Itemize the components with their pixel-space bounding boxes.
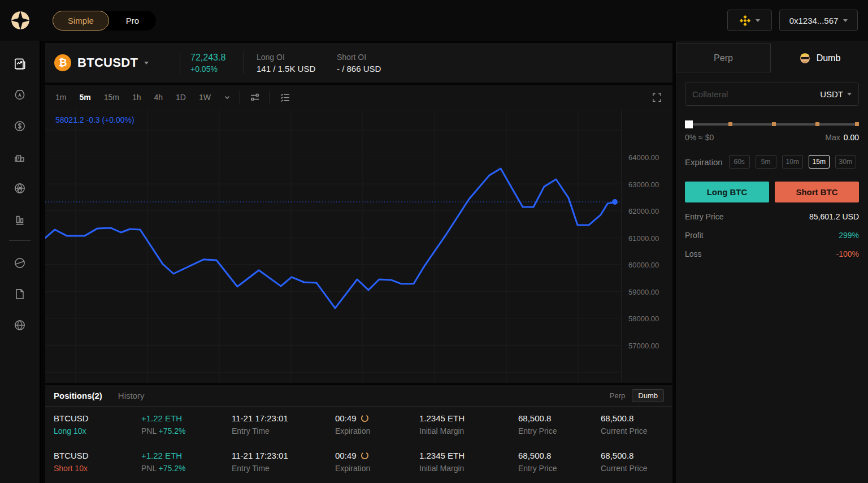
timeframe-1h[interactable]: 1h <box>132 93 141 102</box>
max-wrap: Max0.00 <box>825 133 859 142</box>
short-btc-button[interactable]: Short BTC <box>775 182 859 202</box>
y-axis-tick: 57000.00 <box>628 342 674 350</box>
expiration-10m-button[interactable]: 10m <box>782 155 803 169</box>
cell-pnl: +1.22 ETH PNL +75.2% <box>141 451 232 481</box>
timeframe-5m[interactable]: 5m <box>79 93 90 102</box>
podium-icon <box>12 150 27 165</box>
position-symbol: BTCUSD <box>54 451 141 460</box>
long-oi-value: 141 / 1.5K USD <box>257 64 324 74</box>
y-axis-tick: 62000.00 <box>628 207 674 215</box>
symbol-name: BTCUSDT <box>77 55 138 70</box>
pnl-percent: PNL +75.2% <box>141 426 232 435</box>
sidebar-item-docs[interactable] <box>0 278 40 309</box>
chevron-down-icon <box>144 62 149 64</box>
more-timeframes-button[interactable] <box>224 94 231 101</box>
amount-slider <box>685 120 859 128</box>
long-btc-button[interactable]: Long BTC <box>685 182 769 202</box>
price-change: +0.05% <box>190 64 244 74</box>
entry-price-label: Entry Price <box>518 426 601 435</box>
cell-initial-margin: 1.2345 ETH Initial Margin <box>419 451 518 481</box>
chevron-down-icon <box>843 19 848 22</box>
cell-current-price: 68,500.8 Current Price <box>601 413 672 444</box>
sidebar-item-analytics[interactable] <box>0 247 40 278</box>
expiration-row: Expiration 60s 5m 10m 15m 30m <box>685 155 859 169</box>
slider-handle[interactable] <box>685 120 693 128</box>
cell-symbol: BTCUSD Long 10x <box>54 413 141 444</box>
tab-history[interactable]: History <box>118 391 145 400</box>
slider-percent-label: 0% ≈ $0 <box>685 133 714 142</box>
asset-label: USDT <box>820 89 843 99</box>
cell-entry-time: 11-21 17:23:01 Entry Time <box>232 413 335 444</box>
y-axis-tick: 63000.00 <box>628 180 674 189</box>
sidebar-item-bridge[interactable] <box>0 172 40 204</box>
current-price-label: Current Price <box>601 464 672 473</box>
tab-perp[interactable]: Perp <box>676 44 771 72</box>
fullscreen-icon <box>652 92 662 103</box>
document-icon <box>12 287 27 301</box>
timeframe-15m[interactable]: 15m <box>104 93 119 102</box>
symbol-selector[interactable]: ₿ BTCUSDT <box>45 54 180 71</box>
topbar: Simple Pro 0x1234...567 <box>0 0 868 41</box>
app-root: Simple Pro 0x1234...567 <box>0 0 868 483</box>
tab-dumb[interactable]: Dumb <box>771 44 868 72</box>
expiration-value: 00:49 <box>335 413 357 423</box>
y-axis-tick: 60000.00 <box>628 261 674 269</box>
collateral-asset-select[interactable]: USDT <box>820 89 852 99</box>
timeframe-4h[interactable]: 4h <box>154 93 163 102</box>
last-price: 72,243.8 <box>190 53 244 63</box>
sidebar-item-stats[interactable] <box>0 204 40 235</box>
sidebar-item-earn[interactable] <box>0 79 40 110</box>
sidebar-item-language[interactable] <box>0 309 40 340</box>
expiration-15m-button[interactable]: 15m <box>809 155 830 169</box>
position-row: BTCUSD Long 10x +1.22 ETH PNL +75.2% 11-… <box>45 407 672 444</box>
initial-margin-label: Initial Margin <box>419 464 518 473</box>
fullscreen-button[interactable] <box>652 92 662 103</box>
pnl-label: PNL <box>141 426 157 435</box>
slider-tick-50[interactable] <box>772 122 776 126</box>
expiration-label: Expiration <box>335 464 419 473</box>
sidebar-item-dollar[interactable] <box>0 110 40 141</box>
timeframe-1D[interactable]: 1D <box>176 93 186 102</box>
pnl-eth: +1.22 ETH <box>141 413 232 423</box>
slider-tick-25[interactable] <box>728 122 732 126</box>
timeframe-1m[interactable]: 1m <box>55 93 66 102</box>
expiration-60s-button[interactable]: 60s <box>729 155 750 169</box>
sidebar-item-trade[interactable] <box>0 48 40 79</box>
expiration-30m-button[interactable]: 30m <box>835 155 856 169</box>
order-buttons: Long BTC Short BTC <box>685 182 859 202</box>
wallet-address-button[interactable]: 0x1234...567 <box>779 10 858 31</box>
mode-toggle: Simple Pro <box>53 11 156 31</box>
expiration-label: Expiration <box>335 426 419 435</box>
long-oi-label: Long OI <box>257 53 324 62</box>
pnl-value: +75.2% <box>159 426 186 435</box>
cell-entry-time: 11-21 17:23:01 Entry Time <box>232 451 335 481</box>
filter-perp-button[interactable]: Perp <box>610 391 625 400</box>
position-side: Short 10x <box>54 464 141 473</box>
mode-pro-button[interactable]: Pro <box>109 11 156 31</box>
mode-simple-button[interactable]: Simple <box>53 11 109 31</box>
cell-expiration: 00:49 Expiration <box>335 413 419 444</box>
expiration-label: Expiration <box>685 157 723 167</box>
pnl-percent: PNL +75.2% <box>141 464 232 473</box>
chain-selector[interactable] <box>727 10 772 31</box>
chevron-down-icon <box>847 93 852 96</box>
chart-canvas[interactable]: 58021.2 -0.3 (+0.00%) 64000.0063000.0062… <box>45 110 672 382</box>
order-list-button[interactable] <box>279 92 291 104</box>
slider-tick-75[interactable] <box>815 122 819 126</box>
sidebar <box>0 41 41 483</box>
indicators-button[interactable] <box>249 92 261 103</box>
sidebar-item-leaderboard[interactable] <box>0 141 40 172</box>
expiration-5m-button[interactable]: 5m <box>756 155 776 169</box>
entry-time-value: 11-21 17:23:01 <box>232 451 335 460</box>
collateral-input[interactable] <box>692 89 820 99</box>
app-logo[interactable] <box>0 0 41 41</box>
timeframe-1W[interactable]: 1W <box>199 93 211 102</box>
tab-positions[interactable]: Positions(2) <box>54 391 102 400</box>
short-oi-value: - / 866 USD <box>337 64 405 74</box>
chart-toolbar: 1m 5m 15m 1h 4h 1D 1W <box>45 85 672 110</box>
bnb-chain-icon <box>739 15 751 27</box>
slider-tick-100[interactable] <box>855 122 859 126</box>
filter-dumb-button[interactable]: Dumb <box>632 389 664 402</box>
position-row: BTCUSD Short 10x +1.22 ETH PNL +75.2% 11… <box>45 444 672 481</box>
y-axis-tick: 59000.00 <box>628 288 674 296</box>
